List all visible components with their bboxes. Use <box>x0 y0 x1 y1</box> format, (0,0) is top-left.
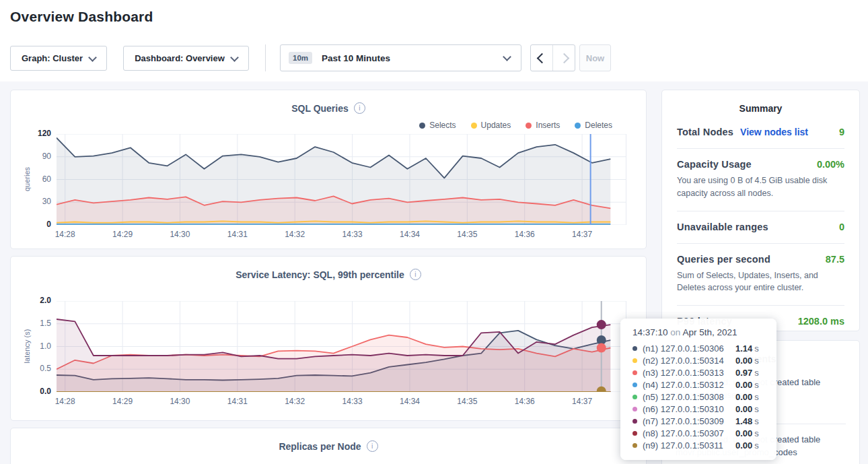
node-color-dot-icon <box>632 383 637 387</box>
x-axis-tick: 14:29 <box>108 230 137 239</box>
tooltip-row-1: (n1) 127.0.0.1:503061.14s <box>632 342 776 354</box>
tooltip-row-5: (n5) 127.0.0.1:503080.00s <box>632 391 776 403</box>
node-color-dot-icon <box>632 395 637 399</box>
summary-row-head: Capacity Usage0.00% <box>677 159 844 170</box>
tooltip-latency-value: 0.00s <box>735 380 759 390</box>
tooltip-rows: (n1) 127.0.0.1:503061.14s(n2) 127.0.0.1:… <box>632 342 776 451</box>
tooltip-latency-value: 0.97s <box>735 368 759 378</box>
legend-label: Selects <box>429 121 456 130</box>
time-forward-button[interactable] <box>552 45 575 71</box>
x-axis-tick: 14:28 <box>50 230 80 239</box>
time-back-button[interactable] <box>531 45 552 71</box>
summary-row-head: Queries per second87.5 <box>677 254 844 265</box>
summary-value: 0.00% <box>817 159 844 170</box>
graph-dropdown[interactable]: Graph: Cluster <box>10 46 107 71</box>
time-step-buttons <box>530 44 575 71</box>
tooltip-row-6: (n6) 127.0.0.1:503100.00s <box>632 403 776 415</box>
x-axis-tick: 14:31 <box>223 230 252 239</box>
replicas-per-node-card: Replicas per Node i <box>10 428 647 464</box>
x-axis-tick: 14:34 <box>395 230 425 239</box>
x-axis-tick: 14:37 <box>567 397 597 406</box>
y-axis-tick: 1.5 <box>17 319 51 328</box>
summary-rows: Total NodesView nodes list9Capacity Usag… <box>662 117 859 337</box>
summary-label: Total Nodes <box>677 127 733 137</box>
tooltip-row-4: (n4) 127.0.0.1:503120.00s <box>632 378 776 391</box>
time-range-label: Past 10 Minutes <box>322 53 390 63</box>
y-axis-tick: 120 <box>17 129 51 138</box>
tooltip-node-address: (n2) 127.0.0.1:50314 <box>643 356 730 366</box>
replicas-chart-title: Replicas per Node <box>279 441 361 452</box>
legend-dot-icon <box>471 123 477 129</box>
summary-label: Unavailable ranges <box>677 222 768 232</box>
service-latency-chart-canvas[interactable] <box>57 301 626 392</box>
y-axis-tick: 30 <box>17 197 51 206</box>
summary-label: Queries per second <box>677 254 770 265</box>
legend-label: Inserts <box>536 121 560 130</box>
summary-row-1: Capacity Usage0.00%You are using 0 B of … <box>677 149 844 211</box>
chevron-down-icon <box>503 53 511 61</box>
info-icon[interactable]: i <box>354 102 365 114</box>
tooltip-row-3: (n3) 127.0.0.1:503130.97s <box>632 366 776 378</box>
tooltip-timestamp: 14:37:10 on Apr 5th, 2021 <box>632 327 776 337</box>
legend-item-inserts[interactable]: Inserts <box>526 121 560 130</box>
tooltip-latency-value: 0.00s <box>735 428 759 438</box>
node-color-dot-icon <box>632 443 637 448</box>
summary-row-3: Queries per second87.5Sum of Selects, Up… <box>677 244 844 306</box>
legend-item-deletes[interactable]: Deletes <box>575 121 612 130</box>
tooltip-latency-value: 0.00s <box>735 404 759 414</box>
view-nodes-list-link[interactable]: View nodes list <box>740 127 808 137</box>
y-axis-tick: 0.0 <box>17 387 51 396</box>
info-icon[interactable]: i <box>367 440 378 452</box>
tooltip-node-address: (n7) 127.0.0.1:50309 <box>643 416 730 426</box>
legend-label: Updates <box>481 121 511 130</box>
dashboard-dropdown-label: Dashboard: Overview <box>135 53 225 63</box>
info-icon[interactable]: i <box>410 269 421 280</box>
y-axis-tick: 0.5 <box>17 364 51 373</box>
x-axis-tick: 14:30 <box>165 397 194 406</box>
summary-label: Capacity Usage <box>677 159 752 170</box>
tooltip-latency-unit: s <box>754 428 759 438</box>
summary-subtitle: Sum of Selects, Updates, Inserts, and De… <box>677 269 844 295</box>
tooltip-row-9: (n9) 127.0.0.1:503110.00s <box>632 439 776 451</box>
tooltip-latency-unit: s <box>754 404 759 414</box>
time-range-dropdown[interactable]: 10m Past 10 Minutes <box>280 44 521 71</box>
tooltip-latency-unit: s <box>754 356 759 366</box>
x-axis-tick: 14:36 <box>510 230 540 239</box>
summary-row-2: Unavailable ranges0 <box>677 211 844 244</box>
legend-dot-icon <box>575 123 581 129</box>
node-color-dot-icon <box>632 407 637 411</box>
x-axis-tick: 14:35 <box>452 230 482 239</box>
x-axis-tick: 14:36 <box>510 397 540 406</box>
y-axis-tick: 90 <box>17 152 51 161</box>
dashboard-dropdown[interactable]: Dashboard: Overview <box>123 46 249 71</box>
summary-value: 0 <box>839 222 844 232</box>
summary-row-head: Unavailable ranges0 <box>677 222 844 232</box>
sql-queries-legend: SelectsUpdatesInsertsDeletes <box>419 121 612 130</box>
node-color-dot-icon <box>632 370 637 375</box>
node-color-dot-icon <box>632 431 637 436</box>
x-axis-tick: 14:32 <box>280 230 310 239</box>
tooltip-node-address: (n8) 127.0.0.1:50307 <box>643 428 730 438</box>
chevron-down-icon <box>230 53 239 62</box>
legend-item-selects[interactable]: Selects <box>419 121 456 130</box>
y-axis-tick: 0 <box>17 220 51 229</box>
graph-dropdown-label: Graph: Cluster <box>22 53 83 63</box>
now-button[interactable]: Now <box>579 44 611 71</box>
tooltip-node-address: (n3) 127.0.0.1:50313 <box>643 368 730 378</box>
summary-row-head: Total NodesView nodes list9 <box>677 127 844 137</box>
tooltip-latency-value: 0.00s <box>735 440 759 451</box>
service-latency-chart-title: Service Latency: SQL, 99th percentile <box>236 269 404 280</box>
summary-title: Summary <box>662 90 859 117</box>
y-axis-tick: 2.0 <box>17 296 51 305</box>
chevron-down-icon <box>88 53 97 62</box>
x-axis-tick: 14:33 <box>338 230 367 239</box>
tooltip-row-2: (n2) 127.0.0.1:503140.00s <box>632 354 776 366</box>
sql-queries-chart-canvas[interactable] <box>57 134 626 225</box>
node-color-dot-icon <box>632 346 637 351</box>
legend-item-updates[interactable]: Updates <box>471 121 511 130</box>
tooltip-latency-unit: s <box>754 343 759 354</box>
tooltip-latency-unit: s <box>754 380 759 390</box>
tooltip-node-address: (n6) 127.0.0.1:50310 <box>643 404 730 414</box>
x-axis-tick: 14:29 <box>108 397 137 406</box>
chart-hover-tooltip: 14:37:10 on Apr 5th, 2021 (n1) 127.0.0.1… <box>620 319 776 460</box>
